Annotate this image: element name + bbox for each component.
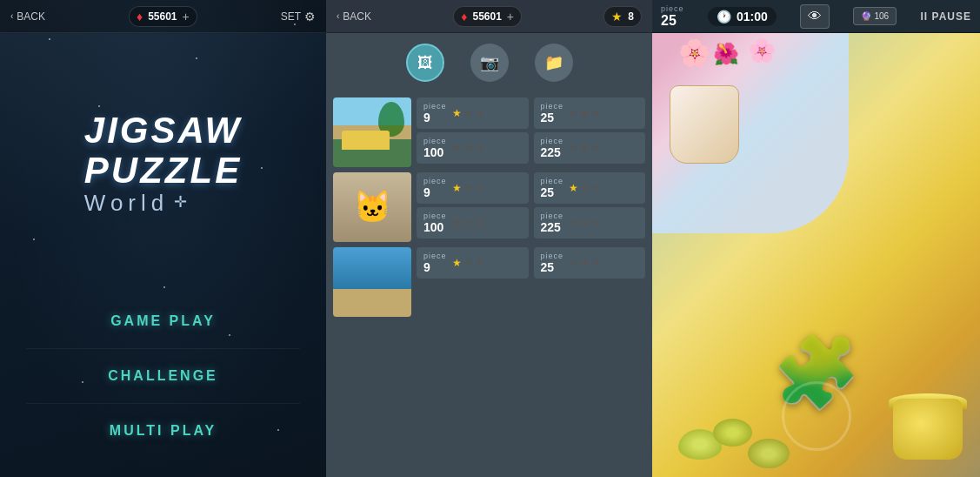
piece-option-cat-25[interactable]: piece 25 ★ ★ ★ [534, 172, 646, 204]
hint-icon: 🔮 [861, 11, 871, 21]
tab-photos[interactable]: 🖼 [406, 44, 444, 82]
vase [670, 85, 739, 164]
chevron-left-icon: ‹ [337, 11, 339, 21]
piece-label: piece [423, 177, 447, 185]
stars-row: ★ ★ ★ [569, 107, 601, 119]
pot [893, 399, 963, 460]
piece-count: 225 [541, 145, 564, 159]
puzzle-icon: ✛ [174, 194, 192, 212]
timer-box: 🕐 01:00 [708, 7, 777, 26]
hint-count: 106 [874, 11, 889, 21]
logo-puzzle: PUZZLE [84, 151, 242, 191]
star-2: ★ [580, 257, 590, 269]
star-2: ★ [463, 217, 473, 229]
stars-row: ★ ★ ★ [452, 257, 484, 269]
stars-row: ★ ★ ★ [452, 107, 484, 119]
piece-count: 9 [423, 111, 447, 124]
piece-option-sea-9[interactable]: piece 9 ★ ★ ★ [417, 247, 529, 279]
select-plus-button[interactable]: + [507, 10, 514, 24]
piece-count: 100 [423, 220, 447, 234]
menu-back-button[interactable]: ‹ BACK [10, 10, 45, 23]
game-play-button[interactable]: GAME PLAY [26, 301, 300, 341]
select-star-amount: 8 [628, 10, 634, 23]
hint-button[interactable]: 🔮 106 [853, 7, 897, 25]
divider-1 [26, 348, 300, 349]
puzzle-options-sea-right: piece 25 ★ ★ ★ [534, 247, 646, 317]
star-3: ★ [591, 217, 601, 229]
puzzle-row-beach: piece 9 ★ ★ ★ piece 100 [333, 97, 645, 167]
star-2: ★ [463, 107, 473, 119]
star-1: ★ [569, 182, 578, 194]
star-3: ★ [475, 257, 484, 269]
piece-label: piece [423, 102, 447, 111]
puzzle-thumb-beach[interactable] [333, 97, 411, 167]
piece-count: 25 [541, 260, 564, 274]
piece-info-count: 25 [661, 13, 677, 29]
piece-option-beach-100[interactable]: piece 100 ★ ★ ★ [417, 132, 529, 164]
stars-row: ★ ★ ★ [569, 142, 601, 154]
menu-back-label: BACK [17, 10, 45, 23]
star-1: ★ [452, 142, 462, 154]
puzzle-list: piece 9 ★ ★ ★ piece 100 [326, 92, 652, 477]
game-panel: piece 25 🕐 01:00 👁 🔮 106 II PAUSE 🌸 🌺 🌸 [652, 0, 980, 477]
stars-row: ★ ★ ★ [569, 217, 601, 229]
star-2: ★ [580, 217, 590, 229]
clock-icon: 🕐 [717, 10, 731, 24]
game-canvas[interactable]: 🌸 🌺 🌸 🧩 [652, 33, 980, 477]
select-diamond-icon: ♦ [461, 10, 467, 24]
star-3: ★ [475, 182, 484, 194]
piece-option-cat-100[interactable]: piece 100 ★ ★ ★ [417, 207, 529, 238]
flower-1: 🌸 [678, 37, 710, 68]
star-1: ★ [452, 257, 462, 269]
menu-buttons: GAME PLAY CHALLENGE MULTI PLAY [0, 292, 326, 477]
eye-button[interactable]: 👁 [800, 4, 830, 29]
challenge-button[interactable]: CHALLENGE [26, 356, 300, 396]
divider-2 [26, 403, 300, 404]
star-3: ★ [591, 142, 601, 154]
star-icon: ★ [611, 10, 623, 24]
piece-count: 100 [423, 145, 447, 159]
tab-folder[interactable]: 📁 [535, 44, 573, 82]
lemon-2 [713, 419, 752, 447]
puzzle-thumb-cat[interactable] [333, 172, 411, 242]
piece-option-beach-9[interactable]: piece 9 ★ ★ ★ [417, 97, 529, 129]
star-2: ★ [580, 182, 590, 194]
piece-label: piece [541, 177, 564, 185]
piece-option-beach-25[interactable]: piece 25 ★ ★ ★ [534, 97, 646, 129]
logo-text: JIGSAW PUZZLE World ✛ [84, 111, 242, 216]
tab-camera[interactable]: 📷 [470, 44, 509, 82]
pause-button[interactable]: II PAUSE [921, 10, 971, 23]
menu-settings-button[interactable]: SET ⚙ [281, 10, 316, 24]
puzzle-options-beach-right: piece 25 ★ ★ ★ piece 225 [534, 97, 646, 167]
star-2: ★ [580, 107, 590, 119]
main-menu-panel: ‹ BACK ♦ 55601 + SET ⚙ JIGSAW PUZZLE Wor… [0, 0, 326, 477]
piece-option-cat-9[interactable]: piece 9 ★ ★ ★ [417, 172, 529, 204]
star-3: ★ [475, 142, 484, 154]
puzzle-options-beach: piece 9 ★ ★ ★ piece 100 [417, 97, 529, 167]
menu-topbar: ‹ BACK ♦ 55601 + SET ⚙ [0, 0, 326, 33]
flower-3: 🌸 [748, 37, 776, 64]
piece-option-beach-225[interactable]: piece 225 ★ ★ ★ [534, 132, 646, 164]
set-label: SET [281, 10, 301, 23]
piece-info-label: piece [661, 4, 684, 13]
star-3: ★ [591, 107, 601, 119]
menu-plus-button[interactable]: + [183, 10, 190, 24]
menu-currency-amount: 55601 [148, 10, 177, 23]
piece-count: 9 [423, 260, 447, 274]
star-1: ★ [569, 142, 578, 154]
logo-jigsaw: JIGSAW [84, 111, 242, 151]
star-2: ★ [463, 257, 473, 269]
puzzle-row-cat: piece 9 ★ ★ ★ piece 100 ★ [333, 172, 645, 242]
star-2: ★ [463, 142, 473, 154]
select-back-button[interactable]: ‹ BACK [337, 10, 371, 23]
star-1: ★ [569, 217, 578, 229]
star-3: ★ [591, 182, 601, 194]
puzzle-image: 🌸 🌺 🌸 🧩 [652, 33, 980, 477]
select-currency-box: ♦ 55601 + [453, 6, 522, 27]
multi-play-button[interactable]: MULTI PLAY [26, 411, 300, 451]
piece-option-cat-225[interactable]: piece 225 ★ ★ ★ [534, 207, 646, 238]
stars-row: ★ ★ ★ [569, 257, 601, 269]
piece-option-sea-25[interactable]: piece 25 ★ ★ ★ [534, 247, 646, 279]
puzzle-thumb-sea[interactable] [333, 247, 411, 317]
select-star-currency: ★ 8 [603, 6, 642, 27]
